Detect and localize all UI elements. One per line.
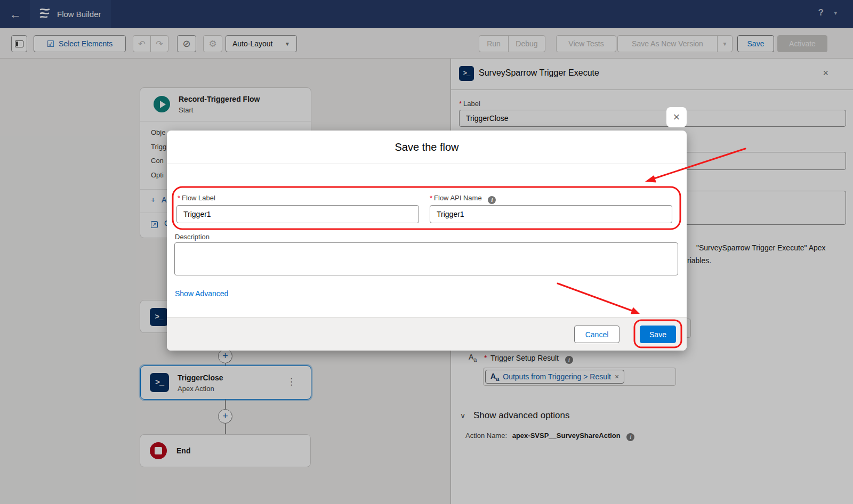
modal-footer: Cancel Save [167, 317, 687, 351]
flow-builder-screen: ← Flow Builder ? ▾ ☑ Select Elements ↶ ↷… [0, 0, 853, 504]
modal-header-divider [167, 164, 687, 164]
info-icon[interactable]: i [488, 196, 496, 204]
cancel-button[interactable]: Cancel [574, 326, 619, 343]
required-asterisk: * [178, 194, 180, 202]
flow-label-label: *Flow Label [178, 194, 215, 202]
modal-save-button[interactable]: Save [640, 326, 676, 343]
close-icon: × [673, 110, 680, 124]
modal-close-button[interactable]: × [666, 107, 687, 127]
flow-api-name-input[interactable] [430, 205, 672, 223]
required-asterisk: * [430, 194, 432, 202]
flow-api-name-label: *Flow API Name i [430, 194, 496, 202]
show-advanced-link[interactable]: Show Advanced [175, 289, 228, 298]
modal-title: Save the flow [167, 141, 687, 153]
modal-save-label: Save [649, 330, 666, 339]
description-textarea[interactable] [174, 242, 678, 275]
save-flow-modal: Save the flow *Flow Label *Flow API Name… [167, 131, 687, 351]
flow-label-input[interactable] [176, 205, 419, 223]
cancel-label: Cancel [585, 330, 609, 339]
description-label: Description [175, 233, 210, 241]
